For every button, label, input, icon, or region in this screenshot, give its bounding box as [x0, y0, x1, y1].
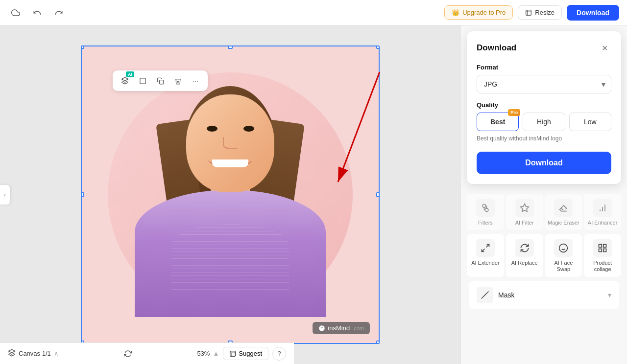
svg-rect-19: [603, 249, 606, 252]
ai-enhancer-label: AI Enhancer: [588, 220, 618, 226]
handle-tm[interactable]: [228, 46, 233, 49]
handle-br[interactable]: [376, 341, 380, 344]
redo-btn[interactable]: [51, 5, 67, 21]
portrait-area: [108, 72, 353, 317]
ai-extender-label: AI Extender: [471, 260, 499, 266]
resize-btn[interactable]: Resize: [518, 5, 562, 20]
teeth: [212, 159, 248, 167]
download-panel-close-btn[interactable]: ✕: [598, 41, 611, 55]
tool-ai-enhancer[interactable]: AI Enhancer: [584, 194, 621, 230]
tools-grid: AI Extender AI Replace AI Face Swap: [465, 230, 623, 280]
frame-btn[interactable]: [135, 73, 150, 88]
filters-icon: [476, 199, 495, 217]
svg-line-13: [482, 249, 484, 252]
svg-marker-11: [520, 204, 529, 212]
mask-section[interactable]: Mask ▾: [469, 281, 619, 309]
quality-buttons: Best Pro High Low: [477, 113, 611, 131]
canvas-label: Canvas 1/1: [19, 350, 51, 357]
crown-icon: 👑: [452, 9, 459, 16]
tool-ai-filter[interactable]: AI Filter: [506, 194, 543, 230]
help-btn[interactable]: ?: [272, 347, 286, 361]
svg-rect-18: [603, 245, 606, 248]
topbar-right: 👑 Upgrade to Pro Resize Download: [444, 5, 619, 21]
product-collage-label: Product collage: [586, 260, 619, 273]
format-select[interactable]: JPG PNG WEBP: [477, 75, 611, 93]
resize-label: Resize: [535, 9, 555, 16]
bottom-center: [120, 346, 136, 362]
quality-low-label: Low: [584, 118, 597, 126]
svg-rect-2: [159, 80, 163, 84]
svg-rect-0: [526, 10, 531, 15]
handle-mr[interactable]: [376, 192, 380, 197]
handle-tr[interactable]: [376, 46, 380, 49]
svg-rect-1: [140, 78, 145, 83]
handle-tl[interactable]: [81, 46, 84, 49]
download-top-btn[interactable]: Download: [567, 5, 619, 21]
delete-btn[interactable]: [170, 73, 185, 88]
quality-high-label: High: [537, 118, 551, 126]
undo-btn[interactable]: [29, 5, 45, 21]
canvas-toolbar: AI ···: [113, 70, 208, 91]
tool-magic-eraser[interactable]: Magic Eraser: [545, 194, 582, 230]
watermark-text: insMind: [328, 324, 350, 332]
bottom-actions: 53% ▲ Suggest ?: [197, 347, 286, 361]
ai-filter-label: AI Filter: [515, 220, 534, 226]
mask-left: Mask: [477, 287, 514, 303]
tool-ai-face-swap[interactable]: AI Face Swap: [545, 234, 582, 276]
pro-badge: Pro: [508, 109, 520, 116]
magic-eraser-icon: [554, 199, 573, 217]
eye-left: [207, 126, 217, 132]
quality-high-btn[interactable]: High: [523, 113, 565, 131]
ai-enhancer-icon: [593, 199, 612, 217]
upgrade-label: Upgrade to Pro: [462, 9, 506, 16]
download-main-btn[interactable]: Download: [477, 152, 611, 174]
mask-label: Mask: [498, 291, 514, 299]
tools-row-faded: Filters AI Filter Magic Eraser: [465, 190, 623, 230]
zoom-chevron-icon[interactable]: ▲: [213, 350, 219, 357]
suggest-label: Suggest: [239, 350, 262, 357]
quality-section: Quality Best Pro High Low Best quality w…: [477, 101, 611, 142]
ai-replace-icon: [515, 239, 534, 257]
canvas-info: Canvas 1/1 ∧: [8, 349, 59, 358]
watermark: insMind.com: [313, 322, 370, 334]
svg-rect-6: [230, 351, 236, 356]
nose: [223, 137, 238, 149]
quality-low-btn[interactable]: Low: [569, 113, 611, 131]
eyes-area: [193, 124, 267, 136]
topbar-left: [8, 5, 67, 21]
mask-icon: [477, 287, 493, 303]
tool-product-collage[interactable]: Product collage: [584, 234, 621, 276]
magic-eraser-label: Magic Eraser: [548, 220, 579, 226]
watermark-domain: .com: [352, 325, 364, 331]
suggest-btn[interactable]: Suggest: [223, 347, 268, 360]
filters-label: Filters: [478, 220, 493, 226]
svg-rect-17: [599, 245, 602, 248]
quality-note: Best quality without insMind logo: [477, 135, 611, 142]
bottom-bar: Canvas 1/1 ∧ 53% ▲ Suggest ?: [0, 342, 294, 364]
ai-icon-wrap: AI: [118, 73, 132, 88]
upgrade-btn[interactable]: 👑 Upgrade to Pro: [444, 5, 513, 20]
quality-best-label: Best: [490, 118, 505, 126]
refresh-btn[interactable]: [120, 346, 136, 362]
product-collage-icon: [593, 239, 612, 257]
ai-extender-icon: [476, 239, 495, 257]
tool-ai-extender[interactable]: AI Extender: [467, 234, 504, 276]
eye-right: [243, 126, 254, 132]
tool-filters[interactable]: Filters: [467, 194, 504, 230]
ai-face-swap-icon: [554, 239, 573, 257]
duplicate-btn[interactable]: [153, 73, 168, 88]
sweater-texture: [171, 224, 289, 293]
handle-ml[interactable]: [81, 192, 84, 197]
left-panel-collapse[interactable]: ‹: [0, 185, 10, 205]
ai-replace-label: AI Replace: [511, 260, 538, 266]
canvas-area: ‹ AI ···: [0, 25, 460, 364]
quality-best-btn[interactable]: Best Pro: [477, 113, 519, 131]
more-btn[interactable]: ···: [188, 73, 203, 88]
svg-point-7: [482, 205, 486, 208]
right-panel: Download ✕ Format JPG PNG WEBP ▾ Quality…: [460, 25, 627, 364]
tool-ai-replace[interactable]: AI Replace: [506, 234, 543, 276]
cloud-icon-btn[interactable]: [8, 5, 24, 21]
quality-label: Quality: [477, 101, 611, 109]
ai-face-swap-label: AI Face Swap: [547, 260, 580, 273]
main-content: ‹ AI ···: [0, 25, 627, 364]
